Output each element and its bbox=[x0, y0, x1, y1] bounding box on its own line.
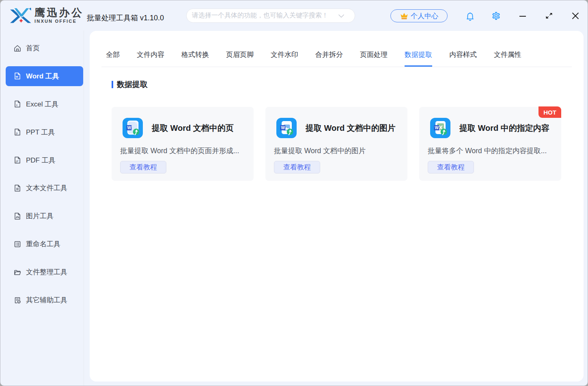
svg-text:pf: pf bbox=[16, 160, 18, 163]
svg-text:p: p bbox=[16, 131, 18, 135]
svg-text:W: W bbox=[281, 126, 285, 130]
svg-text:W: W bbox=[435, 126, 439, 130]
svg-text:W: W bbox=[127, 126, 131, 130]
svg-text:x: x bbox=[16, 103, 18, 107]
svg-text:w: w bbox=[15, 75, 18, 79]
